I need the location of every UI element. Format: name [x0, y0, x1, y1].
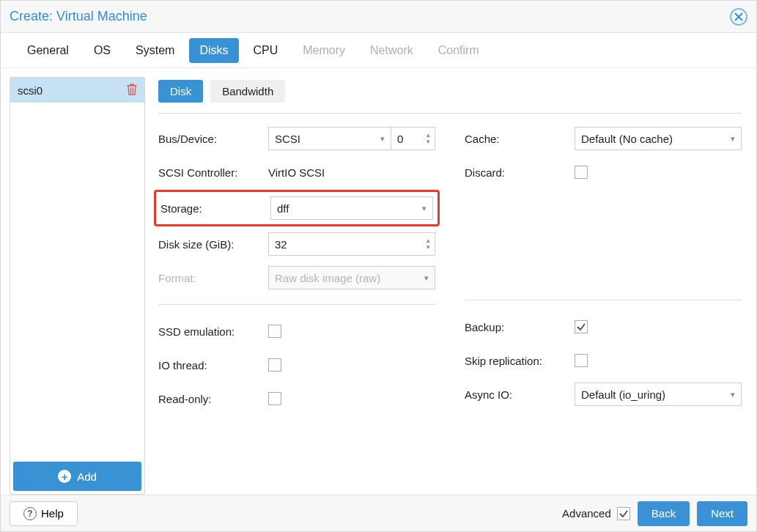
check-icon [576, 322, 586, 332]
storage-label: Storage: [160, 202, 270, 215]
advanced-label: Advanced [562, 507, 611, 520]
spinner-icon: ▴▾ [426, 132, 430, 145]
async-io-select[interactable]: Default (io_uring) ▾ [575, 383, 742, 406]
chevron-down-icon: ▾ [422, 204, 426, 213]
backup-checkbox[interactable] [575, 320, 588, 333]
disk-size-value: 32 [275, 238, 287, 251]
advanced-checkbox[interactable] [617, 507, 630, 520]
trash-icon [127, 84, 137, 95]
disk-list: scsi0 [10, 78, 144, 459]
discard-checkbox[interactable] [575, 166, 588, 179]
row-storage: Storage: dff ▾ [160, 196, 433, 220]
backup-label: Backup: [465, 321, 575, 333]
create-vm-dialog: Create: Virtual Machine General OS Syste… [0, 0, 757, 532]
help-button[interactable]: ? Help [10, 501, 78, 526]
skip-replication-label: Skip replication: [465, 355, 575, 367]
row-read-only: Read-only: [158, 387, 435, 410]
spinner-icon: ▴▾ [426, 237, 430, 251]
cache-label: Cache: [465, 133, 575, 145]
dialog-title: Create: Virtual Machine [10, 9, 730, 24]
titlebar: Create: Virtual Machine [1, 1, 756, 33]
back-button[interactable]: Back [638, 501, 690, 526]
skip-replication-checkbox[interactable] [575, 354, 588, 367]
add-disk-button[interactable]: + Add [13, 462, 141, 491]
io-thread-label: IO thread: [158, 359, 268, 372]
tab-confirm: Confirm [428, 38, 490, 63]
close-button[interactable] [730, 8, 747, 26]
read-only-checkbox[interactable] [268, 392, 281, 405]
disk-subtabs: Disk Bandwidth [158, 80, 742, 103]
chevron-down-icon: ▾ [731, 390, 735, 399]
row-backup: Backup: [465, 315, 742, 339]
read-only-label: Read-only: [158, 393, 268, 405]
format-label: Format: [158, 272, 268, 284]
async-io-label: Async IO: [465, 388, 575, 401]
tab-system[interactable]: System [125, 38, 185, 63]
scsi-controller-label: SCSI Controller: [158, 166, 268, 179]
help-icon: ? [23, 507, 37, 520]
row-cache: Cache: Default (No cache) ▾ [465, 127, 742, 150]
bus-select[interactable]: SCSI ▾ [268, 127, 391, 150]
bus-value: SCSI [275, 133, 300, 145]
separator [158, 304, 435, 305]
close-icon [734, 12, 744, 22]
disk-size-label: Disk size (GiB): [158, 238, 268, 251]
format-select: Raw disk image (raw) ▾ [268, 266, 435, 289]
discard-label: Discard: [465, 166, 575, 179]
advanced-toggle[interactable]: Advanced [562, 507, 630, 520]
disk-form-panel: Disk Bandwidth Bus/Device: SCSI ▾ 0 [152, 77, 747, 495]
format-value: Raw disk image (raw) [275, 272, 380, 284]
subtab-bandwidth[interactable]: Bandwidth [210, 80, 285, 103]
row-ssd-emulation: SSD emulation: [158, 319, 435, 343]
tab-disks[interactable]: Disks [189, 38, 238, 63]
tab-os[interactable]: OS [84, 38, 121, 63]
chevron-down-icon: ▾ [731, 134, 735, 144]
form-columns: Bus/Device: SCSI ▾ 0 ▴▾ [158, 113, 742, 410]
disk-item-label: scsi0 [18, 84, 43, 97]
ssd-emulation-label: SSD emulation: [158, 325, 268, 338]
help-label: Help [41, 507, 64, 520]
dialog-footer: ? Help Advanced Back Next [1, 495, 756, 531]
subtab-disk[interactable]: Disk [158, 80, 203, 103]
chevron-down-icon: ▾ [424, 273, 429, 283]
dialog-body: scsi0 + Add Disk Bandwidth Bus/Device [1, 68, 756, 495]
storage-highlight: Storage: dff ▾ [154, 190, 440, 226]
bus-device-label: Bus/Device: [158, 133, 268, 145]
scsi-controller-value: VirtIO SCSI [268, 166, 325, 179]
chevron-down-icon: ▾ [380, 134, 385, 144]
separator [465, 300, 742, 300]
async-io-value: Default (io_uring) [581, 388, 665, 401]
device-value: 0 [397, 133, 403, 145]
form-left-column: Bus/Device: SCSI ▾ 0 ▴▾ [158, 127, 435, 410]
row-io-thread: IO thread: [158, 353, 435, 377]
row-skip-replication: Skip replication: [465, 349, 742, 372]
wizard-tabs: General OS System Disks CPU Memory Netwo… [1, 33, 756, 68]
form-right-column: Cache: Default (No cache) ▾ Discard: . [465, 127, 742, 410]
disk-item-scsi0[interactable]: scsi0 [10, 78, 144, 103]
row-async-io: Async IO: Default (io_uring) ▾ [465, 383, 742, 406]
io-thread-checkbox[interactable] [268, 358, 281, 372]
plus-icon: + [58, 470, 71, 483]
storage-select[interactable]: dff ▾ [270, 196, 433, 220]
add-button-label: Add [77, 470, 97, 483]
tab-cpu[interactable]: CPU [243, 38, 289, 63]
cache-select[interactable]: Default (No cache) ▾ [575, 127, 742, 150]
ssd-emulation-checkbox[interactable] [268, 325, 281, 338]
check-icon [618, 509, 629, 519]
tab-memory: Memory [292, 38, 355, 63]
disk-list-panel: scsi0 + Add [10, 77, 145, 495]
disk-size-input[interactable]: 32 ▴▾ [268, 232, 435, 256]
row-bus-device: Bus/Device: SCSI ▾ 0 ▴▾ [158, 127, 435, 150]
next-button[interactable]: Next [697, 501, 747, 526]
cache-value: Default (No cache) [581, 133, 673, 145]
row-discard: Discard: [465, 160, 742, 184]
row-disk-size: Disk size (GiB): 32 ▴▾ [158, 232, 435, 256]
delete-disk-button[interactable] [127, 84, 137, 97]
row-format: Format: Raw disk image (raw) ▾ [158, 266, 435, 289]
tab-general[interactable]: General [17, 38, 79, 63]
device-number-input[interactable]: 0 ▴▾ [391, 127, 435, 150]
tab-network: Network [360, 38, 424, 63]
storage-value: dff [277, 202, 289, 215]
row-scsi-controller: SCSI Controller: VirtIO SCSI [158, 160, 435, 184]
